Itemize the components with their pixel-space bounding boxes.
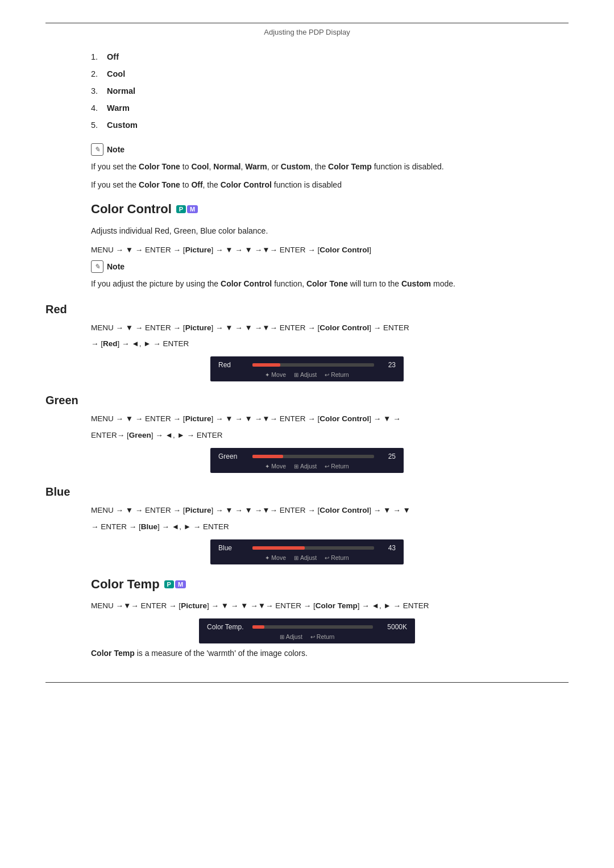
blue-menu-path-1: MENU → ▼ → ENTER → [Picture] → ▼ → ▼ →▼→… (45, 504, 569, 517)
note-label: Note (107, 145, 125, 154)
note-block-1: ✎ Note If you set the Color Tone to Cool… (45, 143, 569, 192)
green-slider-label: Green (218, 452, 247, 460)
list-item: 2. Cool (91, 69, 569, 78)
blue-slider-label: Blue (218, 544, 247, 552)
color-temp-slider-value: 5000K (379, 623, 407, 631)
color-control-desc: Adjusts individual Red, Green, Blue colo… (45, 225, 569, 237)
note-text-2: If you set the Color Tone to Off, the Co… (91, 178, 569, 191)
red-slider-box: Red 23 ✦ Move ⊞ Adjust ↩ Return (210, 356, 404, 381)
note-header: ✎ Note (91, 143, 569, 156)
color-temp-section: Color Temp P M MENU →▼→ ENTER → [Picture… (45, 577, 569, 659)
red-heading: Red (45, 303, 569, 316)
color-control-menu-path: MENU → ▼ → ENTER → [Picture] → ▼ → ▼ →▼→… (45, 244, 569, 257)
blue-heading: Blue (45, 485, 569, 499)
green-slider-controls: ✦ Move ⊞ Adjust ↩ Return (218, 463, 396, 470)
blue-slider-track (252, 546, 374, 550)
color-temp-badges: P M (164, 580, 186, 588)
blue-slider-value: 43 (380, 544, 396, 552)
blue-menu-path-2: → ENTER → [Blue] → ◄, ► → ENTER (45, 521, 569, 534)
blue-slider-box: Blue 43 ✦ Move ⊞ Adjust ↩ Return (210, 539, 404, 564)
blue-slider-fill (252, 546, 305, 550)
list-item: 1. Off (91, 52, 569, 61)
green-menu-path-2: ENTER→ [Green] → ◄, ► → ENTER (45, 429, 569, 442)
color-temp-menu-path: MENU →▼→ ENTER → [Picture] → ▼ → ▼ →▼→ E… (45, 600, 569, 613)
list-item: 5. Custom (91, 121, 569, 130)
color-control-section: Color Control P M Adjusts individual Red… (45, 202, 569, 290)
green-slider-row: Green 25 (218, 452, 396, 460)
color-temp-heading: Color Temp P M (45, 577, 569, 592)
red-section: Red MENU → ▼ → ENTER → [Picture] → ▼ → ▼… (45, 303, 569, 382)
red-slider-row: Red 23 (218, 361, 396, 369)
red-slider-fill (252, 363, 280, 367)
red-slider-track (252, 363, 374, 367)
color-temp-desc: Color Temp is a measure of the 'warmth' … (45, 647, 569, 659)
note-icon-2: ✎ (91, 260, 103, 273)
blue-section: Blue MENU → ▼ → ENTER → [Picture] → ▼ → … (45, 485, 569, 564)
note-header-2: ✎ Note (91, 260, 569, 273)
note-text-1: If you set the Color Tone to Cool, Norma… (91, 160, 569, 173)
note-icon: ✎ (91, 143, 103, 156)
badges-pm: P M (176, 205, 198, 213)
list-item: 4. Warm (91, 103, 569, 113)
green-slider-track (252, 455, 374, 458)
color-temp-slider-track (252, 625, 373, 629)
green-menu-path-1: MENU → ▼ → ENTER → [Picture] → ▼ → ▼ →▼→… (45, 413, 569, 426)
color-temp-slider-label: Color Temp. (207, 623, 247, 631)
green-section: Green MENU → ▼ → ENTER → [Picture] → ▼ →… (45, 394, 569, 473)
color-temp-slider-controls: ⊞ Adjust ↩ Return (207, 633, 407, 640)
bottom-rule (45, 682, 569, 683)
page-header: Adjusting the PDP Display (45, 23, 569, 36)
list-item: 3. Normal (91, 86, 569, 95)
list-section: 1. Off 2. Cool 3. Normal 4. Warm 5. Cust… (45, 52, 569, 130)
green-heading: Green (45, 394, 569, 407)
red-slider-controls: ✦ Move ⊞ Adjust ↩ Return (218, 371, 396, 378)
green-slider-box: Green 25 ✦ Move ⊞ Adjust ↩ Return (210, 448, 404, 473)
blue-slider-row: Blue 43 (218, 544, 396, 552)
red-slider-value: 23 (380, 361, 396, 369)
color-temp-slider-box: Color Temp. 5000K ⊞ Adjust ↩ Return (199, 618, 415, 643)
red-menu-path-2: → [Red] → ◄, ► → ENTER (45, 338, 569, 351)
note-label-2: Note (107, 262, 125, 271)
blue-slider-controls: ✦ Move ⊞ Adjust ↩ Return (218, 554, 396, 561)
green-slider-fill (252, 455, 283, 458)
color-control-heading: Color Control P M (45, 202, 569, 217)
color-control-note: ✎ Note If you adjust the picture by usin… (45, 260, 569, 290)
green-slider-value: 25 (380, 452, 396, 460)
red-menu-path-1: MENU → ▼ → ENTER → [Picture] → ▼ → ▼ →▼→… (45, 322, 569, 335)
color-temp-slider-row: Color Temp. 5000K (207, 623, 407, 631)
color-control-note-text: If you adjust the picture by using the C… (91, 277, 569, 290)
page: Adjusting the PDP Display 1. Off 2. Cool… (0, 0, 614, 705)
color-temp-slider-fill (252, 625, 264, 629)
red-slider-label: Red (218, 361, 247, 369)
